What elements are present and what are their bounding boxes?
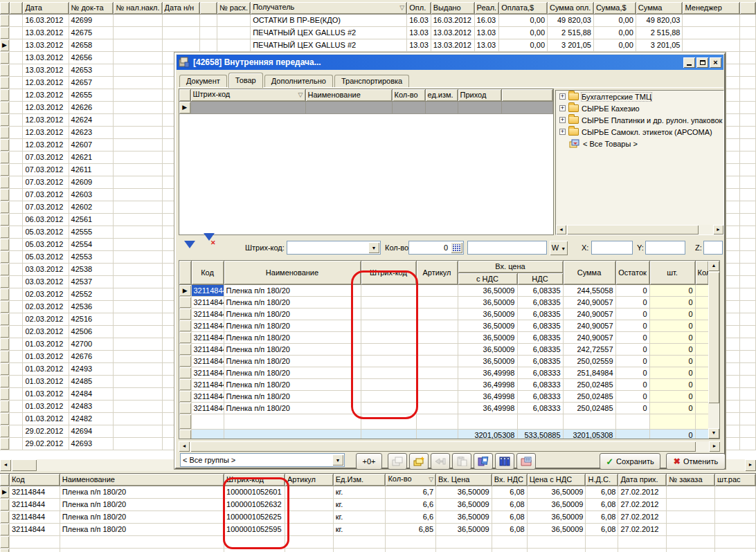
col-barcode[interactable]: Штрих-код — [361, 261, 416, 284]
col-vydano[interactable]: Выдано — [431, 2, 474, 14]
col-recipient[interactable]: Получатель▽ — [251, 2, 407, 14]
item-row[interactable]: 32114844 Пленка п/п 180/20 36,50009 6,08… — [179, 355, 708, 367]
scan-grid-selected-row[interactable]: ▶ — [179, 101, 552, 113]
item-row[interactable]: 32114844 Пленка п/п 180/20 36,49998 6,08… — [179, 402, 708, 414]
tree-all-products-item[interactable]: < Все Товары > — [556, 138, 723, 149]
batch-row[interactable]: 32114844 Пленка п/п 180/20 1000001052595… — [0, 523, 756, 535]
expand-plus-icon[interactable]: + — [559, 93, 566, 100]
cancel-button[interactable]: ✖Отменить — [666, 453, 726, 470]
col-qty[interactable]: Кол-во — [392, 89, 425, 101]
scroll-right-button[interactable]: ► — [709, 441, 720, 452]
minimize-button[interactable] — [683, 57, 695, 68]
add-cards-button[interactable] — [409, 453, 429, 470]
item-row[interactable]: ▶ 32114844 Пленка п/п 180/20 36,50009 6,… — [179, 284, 708, 296]
save-button[interactable]: ✓Сохранить — [600, 453, 660, 470]
catalog-button[interactable] — [474, 453, 493, 470]
clear-sort-icon[interactable] — [204, 233, 215, 255]
item-row[interactable]: 32114844 Пленка п/п 180/20 36,50009 6,08… — [179, 320, 708, 331]
col-with-vat[interactable]: с НДС — [458, 273, 517, 284]
item-row[interactable]: 32114844 Пленка п/п 180/20 36,50009 6,08… — [179, 296, 708, 308]
col-name[interactable]: Наименование — [60, 474, 224, 486]
scroll-thumb[interactable] — [567, 225, 699, 234]
col-article[interactable]: Артикул — [416, 261, 458, 284]
tree-folder-item[interactable]: + СЫРЬЕ Платинки и др. рулон. упаковок — [556, 114, 723, 126]
w-dropdown-button[interactable]: W ▼ — [550, 241, 568, 255]
columns-button[interactable] — [495, 453, 514, 470]
col-date[interactable]: Дата прих. — [618, 474, 667, 486]
item-row[interactable]: 32114844 Пленка п/п 180/20 36,50009 6,08… — [179, 331, 708, 343]
batch-row[interactable]: 32114844 Пленка п/п 180/20 1000001052632… — [0, 498, 756, 510]
col-price-group[interactable]: Вх. цена — [458, 261, 563, 273]
items-grid-vscrollbar[interactable]: ▲ ▼ — [708, 261, 719, 439]
z-input[interactable] — [703, 241, 723, 255]
zero-qty-button[interactable]: +0+ — [356, 453, 382, 470]
close-button[interactable]: × — [710, 57, 721, 68]
scroll-down-button[interactable]: ▼ — [708, 428, 719, 439]
item-row[interactable]: 32114844 Пленка п/п 180/20 36,49998 6,08… — [179, 378, 708, 390]
scroll-thumb[interactable] — [708, 272, 719, 403]
col-name[interactable]: Наименование — [305, 89, 392, 101]
tree-hscrollbar[interactable]: ◄ ► — [556, 225, 723, 234]
item-row[interactable]: 32114844 Пленка п/п 180/20 36,49998 6,08… — [179, 390, 708, 402]
col-nds[interactable]: Н.Д.С. — [586, 474, 618, 486]
batch-row[interactable]: 32114844 Пленка п/п 180/20 1000001052625… — [0, 510, 756, 523]
tab[interactable]: Транспортировка — [334, 75, 409, 88]
tab[interactable]: Дополнительно — [264, 75, 333, 88]
col-manager[interactable]: Менеджер — [683, 2, 740, 14]
col-real[interactable]: Реал. — [474, 2, 499, 14]
scroll-left-button[interactable]: ◄ — [556, 225, 566, 234]
tab[interactable]: Товар — [228, 73, 263, 88]
scroll-up-button[interactable]: ▲ — [708, 261, 719, 271]
col-unit[interactable]: Ед.Изм. — [333, 474, 386, 486]
col-price-vat[interactable]: Цена с НДС — [527, 474, 586, 486]
col-summa-opl[interactable]: Сумма опл. — [548, 2, 594, 14]
calculator-button[interactable] — [451, 242, 462, 253]
col-code[interactable]: Код — [191, 261, 224, 284]
col-rasx[interactable]: № расх. — [217, 2, 251, 14]
col-pcs[interactable]: шт. — [649, 261, 695, 284]
col-name[interactable]: Наименование — [224, 261, 361, 284]
scroll-right-button[interactable]: ► — [713, 225, 723, 234]
item-row[interactable]: 32114844 Пленка п/п 180/20 36,49998 6,08… — [179, 367, 708, 378]
col-date[interactable]: Дата — [23, 2, 69, 14]
col-price[interactable]: Вх. Цена — [436, 474, 492, 486]
scan-input[interactable] — [467, 241, 547, 255]
col-sum[interactable]: Сумма — [563, 261, 615, 284]
col-article[interactable]: Артикул — [285, 474, 334, 486]
col-vat[interactable]: НДС — [517, 273, 563, 284]
scroll-thumb[interactable] — [12, 459, 37, 471]
col-qty[interactable]: Кол — [695, 261, 708, 284]
expand-plus-icon[interactable]: + — [559, 105, 566, 111]
maximize-button[interactable] — [696, 57, 708, 68]
move-items-button[interactable] — [431, 453, 450, 470]
col-summa[interactable]: Сумма — [636, 2, 683, 14]
chevron-down-icon[interactable]: ▼ — [368, 242, 379, 253]
qty-input[interactable]: 0 — [408, 241, 464, 255]
col-nakl[interactable]: № нал.накл. — [114, 2, 162, 14]
col-prihod[interactable]: Приход — [458, 89, 501, 101]
scroll-thumb[interactable] — [190, 441, 696, 452]
col-summa-usd[interactable]: Сумма,$ — [593, 2, 636, 14]
folder-calc-button[interactable] — [516, 453, 536, 470]
item-row[interactable]: 32114844 Пленка п/п 180/20 36,50009 6,08… — [179, 343, 708, 355]
col-blank2[interactable] — [199, 2, 217, 14]
cards-button[interactable] — [388, 453, 407, 470]
col-vat[interactable]: Вх. НДС — [492, 474, 527, 486]
col-doc[interactable]: № док-та — [69, 2, 114, 14]
col-pcs[interactable]: шт.рас — [715, 474, 756, 486]
scroll-left-button[interactable]: ◄ — [179, 441, 190, 452]
barcode-combobox[interactable]: ▼ — [287, 241, 381, 255]
tab[interactable]: Документ — [179, 75, 227, 88]
col-barcode[interactable]: Штрих-код▽ — [190, 89, 305, 101]
tree-folder-item[interactable]: + Бухгалтерские ТМЦ — [556, 91, 723, 102]
expand-plus-icon[interactable]: + — [559, 129, 566, 135]
groups-combobox[interactable]: < Все группы >▼ — [180, 453, 345, 467]
paste-button[interactable] — [452, 453, 471, 470]
col-order[interactable]: № заказа — [667, 474, 715, 486]
tree-folder-item[interactable]: + СЫРЬЕ Кахезио — [556, 102, 723, 114]
y-input[interactable] — [645, 241, 685, 255]
tree-folder-item[interactable]: + СЫРЬЕ Самокл. этикеток (АРСОМА) — [556, 126, 723, 138]
col-code[interactable]: Код — [9, 474, 60, 486]
col-rest[interactable]: Остаток — [615, 261, 649, 284]
document-row[interactable]: 13.03.2012 42675 ПЕЧАТНЫЙ ЦЕХ GALLUS #2 … — [0, 26, 756, 39]
